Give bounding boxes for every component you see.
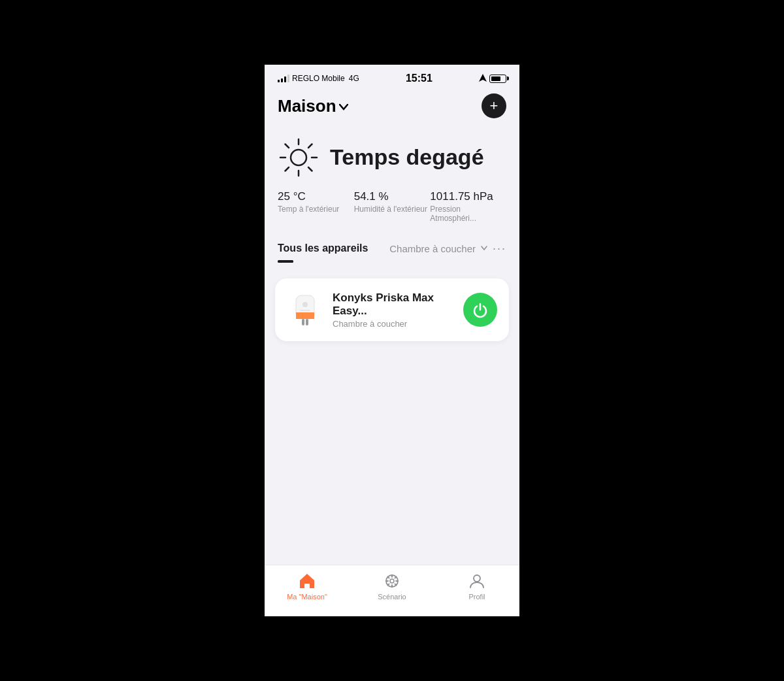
tabs-row: Tous les appareils Chambre à coucher ··· [278,236,506,261]
humidity-value: 54.1 % [354,190,431,203]
svg-line-24 [388,584,389,585]
svg-line-8 [286,167,289,171]
nav-profile[interactable]: Profil [434,572,519,601]
smart-plug-icon [288,290,322,329]
device-icon-wrap [287,290,323,329]
chevron-down-icon [339,104,348,110]
chevron-small-icon [481,246,487,251]
svg-line-21 [388,577,389,578]
device-room: Chambre à coucher [333,319,454,329]
svg-line-22 [395,584,396,585]
weather-section: Temps degagé 25 °C Temp à l'extérieur 54… [265,126,519,236]
carrier-label: REGLO Mobile [292,74,345,83]
battery-icon [489,75,506,83]
network-label: 4G [349,74,359,83]
svg-rect-10 [296,312,314,316]
svg-point-25 [390,579,394,583]
svg-point-26 [474,575,480,582]
sun-icon [278,137,319,178]
svg-line-7 [308,144,312,148]
signal-bars-icon [278,75,289,82]
add-button[interactable]: + [482,93,506,118]
temp-stat: 25 °C Temp à l'extérieur [278,190,354,223]
svg-rect-11 [296,316,314,319]
nav-scenario[interactable]: Scénario [350,572,434,601]
weather-main: Temps degagé [278,137,506,178]
location-icon [479,74,487,83]
bottom-nav: Ma "Maison" Scénario [265,565,519,616]
temp-value: 25 °C [278,190,354,203]
app-header: Maison + [265,88,519,126]
svg-line-5 [286,144,289,148]
svg-point-0 [291,150,306,165]
tab-all-devices[interactable]: Tous les appareils [278,236,368,261]
status-left: REGLO Mobile 4G [278,74,359,83]
content-area: Konyks Priska Max Easy... Chambre à couc… [265,268,519,565]
device-info: Konyks Priska Max Easy... Chambre à couc… [333,291,454,329]
svg-point-14 [302,302,308,307]
power-toggle-button[interactable] [463,293,497,327]
time-label: 15:51 [406,73,433,84]
more-options-button[interactable]: ··· [493,242,506,256]
profile-nav-icon [468,572,486,590]
power-icon [472,301,489,318]
svg-rect-12 [302,319,304,325]
home-nav-icon [298,572,316,590]
header-title[interactable]: Maison [278,96,348,116]
tab-bedroom[interactable]: Chambre à coucher [389,243,476,254]
device-name: Konyks Priska Max Easy... [333,291,454,318]
svg-line-6 [308,167,312,171]
tabs-section: Tous les appareils Chambre à coucher ··· [265,236,519,268]
phone-frame: REGLO Mobile 4G 15:51 Maison + [265,65,519,616]
nav-home-label: Ma "Maison" [287,593,327,601]
pressure-stat: 1011.75 hPa Pression Atmosphéri... [430,190,506,223]
home-name-label: Maison [278,96,336,116]
weather-condition: Temps degagé [330,145,484,169]
svg-rect-13 [306,319,308,325]
humidity-stat: 54.1 % Humidité à l'extérieur [354,190,431,223]
nav-home[interactable]: Ma "Maison" [265,572,350,601]
nav-profile-label: Profil [468,593,485,601]
status-bar: REGLO Mobile 4G 15:51 [265,65,519,88]
pressure-label: Pression Atmosphéri... [430,205,506,223]
tabs-extra: Chambre à coucher ··· [389,242,506,256]
svg-line-23 [395,577,396,578]
pressure-value: 1011.75 hPa [430,190,506,203]
status-right [479,74,506,83]
weather-stats: 25 °C Temp à l'extérieur 54.1 % Humidité… [278,190,506,223]
nav-scenario-label: Scénario [378,593,406,601]
scenario-nav-icon [383,572,401,590]
temp-label: Temp à l'extérieur [278,205,354,214]
svg-rect-15 [300,310,310,311]
humidity-label: Humidité à l'extérieur [354,205,431,214]
device-card: Konyks Priska Max Easy... Chambre à couc… [275,278,509,341]
